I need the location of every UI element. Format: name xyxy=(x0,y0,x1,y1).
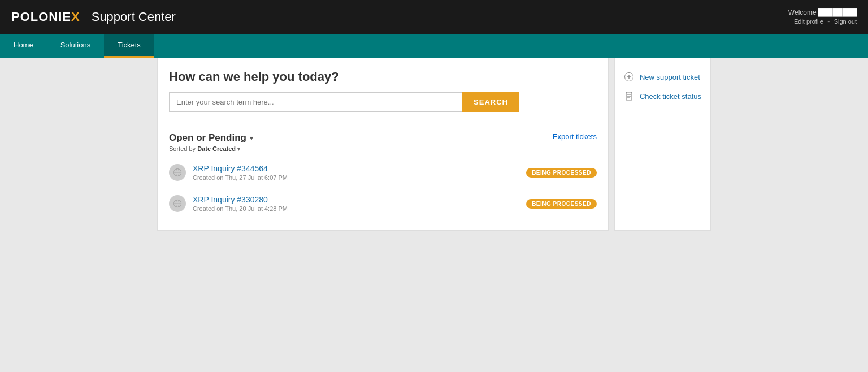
center-container: How can we help you today? SEARCH Open o… xyxy=(157,58,711,231)
nav-tickets[interactable]: Tickets xyxy=(104,34,154,58)
new-support-ticket-link[interactable]: New support ticket xyxy=(624,67,701,86)
tickets-panel: Open or Pending ▾ Sorted by Date Created… xyxy=(157,123,609,231)
plus-icon xyxy=(624,72,634,82)
sign-out-link[interactable]: Sign out xyxy=(834,18,857,25)
username: ████████ xyxy=(818,8,857,16)
separator: - xyxy=(827,18,830,25)
ticket-info-1: XRP Inquiry #344564 Created on Thu, 27 J… xyxy=(193,164,519,181)
panels-row: How can we help you today? SEARCH Open o… xyxy=(157,58,711,231)
ticket-icon-1 xyxy=(169,164,186,181)
logo-x: X xyxy=(71,10,80,24)
header-left: POLONIEX Support Center xyxy=(11,10,176,24)
sort-label: Sorted by xyxy=(169,145,196,152)
left-column: How can we help you today? SEARCH Open o… xyxy=(157,58,609,231)
sorted-by: Sorted by Date Created ▾ xyxy=(169,145,253,152)
globe-icon xyxy=(173,168,182,177)
globe-icon-2 xyxy=(173,199,182,208)
tickets-title-area: Open or Pending ▾ Sorted by Date Created… xyxy=(169,132,253,152)
sidebar-panel: New support ticket Check ticket status xyxy=(614,58,711,231)
page-body: How can we help you today? SEARCH Open o… xyxy=(0,58,868,231)
ticket-date-1: Created on Thu, 27 Jul at 6:07 PM xyxy=(193,174,519,181)
sort-dropdown-arrow[interactable]: ▾ xyxy=(237,146,240,152)
sort-value[interactable]: Date Created xyxy=(197,145,236,152)
search-button[interactable]: SEARCH xyxy=(462,92,519,112)
filter-dropdown-arrow[interactable]: ▾ xyxy=(250,135,253,142)
ticket-title-1[interactable]: XRP Inquiry #344564 xyxy=(193,164,268,173)
welcome-text: Welcome ████████ xyxy=(788,8,857,16)
check-ticket-status-link[interactable]: Check ticket status xyxy=(624,86,701,106)
ticket-list: XRP Inquiry #344564 Created on Thu, 27 J… xyxy=(169,157,597,219)
edit-profile-link[interactable]: Edit profile xyxy=(794,18,823,25)
logo: POLONIEX xyxy=(11,10,80,24)
ticket-date-2: Created on Thu, 20 Jul at 4:28 PM xyxy=(193,205,519,212)
search-panel: How can we help you today? SEARCH xyxy=(157,58,609,123)
header-right: Welcome ████████ Edit profile - Sign out xyxy=(788,8,857,25)
tickets-title: Open or Pending ▾ xyxy=(169,132,253,144)
tickets-filter-label[interactable]: Open or Pending xyxy=(169,132,246,144)
nav-solutions[interactable]: Solutions xyxy=(47,34,104,58)
export-tickets-link[interactable]: Export tickets xyxy=(553,132,597,141)
search-heading: How can we help you today? xyxy=(169,70,597,84)
ticket-status-1: BEING PROCESSED xyxy=(526,168,597,178)
ticket-info-2: XRP Inquiry #330280 Created on Thu, 20 J… xyxy=(193,195,519,212)
check-status-label: Check ticket status xyxy=(640,92,701,101)
search-input[interactable] xyxy=(169,92,462,112)
nav-home[interactable]: Home xyxy=(0,34,47,58)
document-icon xyxy=(624,91,634,101)
ticket-item: XRP Inquiry #344564 Created on Thu, 27 J… xyxy=(169,157,597,188)
tickets-header: Open or Pending ▾ Sorted by Date Created… xyxy=(169,132,597,152)
ticket-status-2: BEING PROCESSED xyxy=(526,199,597,209)
logo-text: POLONIEX xyxy=(11,10,80,24)
main-nav: Home Solutions Tickets xyxy=(0,34,868,58)
ticket-item: XRP Inquiry #330280 Created on Thu, 20 J… xyxy=(169,188,597,219)
search-bar: SEARCH xyxy=(169,92,519,112)
ticket-title-2[interactable]: XRP Inquiry #330280 xyxy=(193,195,268,204)
header: POLONIEX Support Center Welcome ████████… xyxy=(0,0,868,34)
new-ticket-label: New support ticket xyxy=(640,73,700,81)
site-title: Support Center xyxy=(92,10,176,24)
ticket-icon-2 xyxy=(169,195,186,212)
account-links: Edit profile - Sign out xyxy=(788,18,857,25)
